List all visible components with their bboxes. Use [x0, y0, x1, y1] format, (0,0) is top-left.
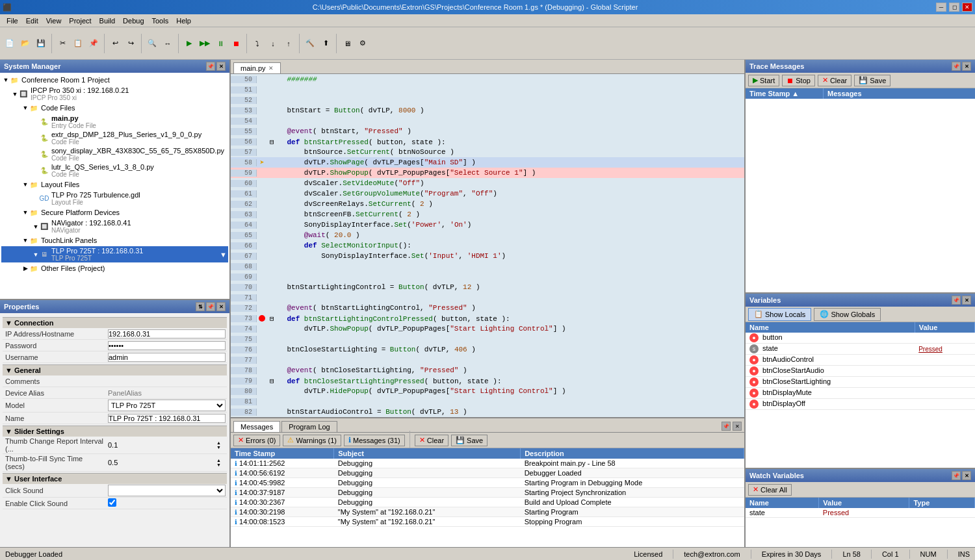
list-item[interactable]: ● btnDisplayOff	[746, 399, 975, 410]
file-extr-dsp[interactable]: 🐍 extr_dsp_DMP_128_Plus_Series_v1_9_0_0.…	[1, 130, 228, 146]
sync-spinner-down[interactable]: ▼	[216, 463, 226, 467]
list-item[interactable]: ● button	[746, 333, 975, 344]
prop-name-input[interactable]	[108, 414, 226, 423]
trace-stop-button[interactable]: ⏹ Stop	[782, 75, 815, 86]
open-button[interactable]: 📂	[18, 36, 32, 51]
new-button[interactable]: 📄	[3, 36, 17, 51]
variables-scroll[interactable]: Name Value ● button s state Pressed ● bt…	[746, 322, 975, 468]
table-row[interactable]: ℹ 14:00:08:1523 "My System" at "192.168.…	[231, 517, 744, 527]
save-button[interactable]: 💾 Save	[451, 435, 488, 446]
file-lutr[interactable]: 🐍 lutr_lc_QS_Series_v1_3_8_0.py Code Fil…	[1, 162, 228, 179]
prop-alias-input[interactable]	[108, 389, 226, 397]
other-files-section[interactable]: ▶ 📁 Other Files (Project)	[1, 262, 228, 274]
sys-manager-close[interactable]: ✕	[216, 62, 226, 71]
trace-start-button[interactable]: ▶ Start	[748, 75, 779, 86]
prop-sync-time-value[interactable]: ▲ ▼	[107, 457, 227, 468]
prop-click-sound-dropdown[interactable]	[108, 485, 226, 496]
list-item[interactable]: s state Pressed	[746, 344, 975, 355]
prop-alias-value[interactable]	[107, 388, 227, 398]
code-scroll[interactable]: 50 ####### 51 52	[231, 74, 744, 417]
prop-comments-value[interactable]	[107, 377, 227, 386]
warnings-button[interactable]: ⚠ Warnings (1)	[283, 435, 341, 446]
msg-close[interactable]: ✕	[733, 422, 742, 431]
list-item[interactable]: ● btnCloseStartLighting	[746, 377, 975, 388]
prop-username-value[interactable]	[107, 352, 227, 363]
menu-view[interactable]: View	[42, 16, 66, 26]
prop-ip-input[interactable]	[108, 329, 226, 338]
breakpoint-73[interactable]	[259, 315, 265, 322]
prop-click-sound-value[interactable]	[107, 484, 227, 497]
layout-files-section[interactable]: ▼ 📁 Layout Files	[1, 179, 228, 190]
vars-close[interactable]: ✕	[962, 296, 971, 305]
prop-comments-input[interactable]	[108, 377, 226, 385]
tab-main-py-close[interactable]: ✕	[268, 65, 274, 71]
menu-build[interactable]: Build	[96, 16, 119, 26]
sync-spinner-up[interactable]: ▲	[216, 458, 226, 463]
watch-pin[interactable]: 📌	[952, 471, 961, 480]
trace-save-button[interactable]: 💾 Save	[854, 75, 890, 86]
undo-button[interactable]: ↩	[108, 36, 122, 51]
table-row[interactable]: ℹ 14:00:30:2198 "My System" at "192.168.…	[231, 507, 744, 517]
list-item[interactable]: ● btnAudioControl	[746, 355, 975, 366]
section-slider[interactable]: ▼ Slider Settings	[3, 426, 227, 437]
step-into-button[interactable]: ↓	[266, 36, 280, 51]
upload-button[interactable]: ⬆	[318, 36, 333, 51]
prop-password-input[interactable]	[108, 341, 226, 350]
list-item[interactable]: ● btnCloseStartAudio	[746, 366, 975, 377]
trace-col-timestamp[interactable]: Time Stamp ▲	[746, 88, 824, 99]
msg-pin[interactable]: 📌	[722, 422, 731, 431]
device-navigator[interactable]: ▼ 🔲 NAVigator : 192.168.0.41 NAVigator	[1, 218, 228, 235]
project-root[interactable]: ▼ 📁 Conference Room 1 Project	[1, 74, 228, 86]
build-button[interactable]: 🔨	[303, 36, 317, 51]
messages-count-button[interactable]: ℹ Messages (31)	[344, 435, 405, 446]
prop-sync-time-input[interactable]	[108, 459, 216, 466]
spinner-down[interactable]: ▼	[216, 445, 226, 450]
clear-all-button[interactable]: ✕ Clear All	[748, 484, 792, 496]
monitor-button[interactable]: 🖥	[340, 36, 354, 51]
cut-button[interactable]: ✂	[55, 36, 70, 51]
prop-username-input[interactable]	[108, 353, 226, 362]
file-sony[interactable]: 🐍 sony_display_XBR_43X830C_55_65_75_85X8…	[1, 146, 228, 162]
close-button[interactable]: ✕	[962, 3, 972, 12]
props-close[interactable]: ✕	[216, 302, 226, 311]
trace-clear-button[interactable]: ✕ Clear	[818, 75, 852, 86]
show-locals-button[interactable]: 📋 Show Locals	[748, 308, 811, 321]
msg-tab-program-log[interactable]: Program Log	[281, 421, 337, 432]
prop-ip-value[interactable]	[107, 329, 227, 339]
restore-button[interactable]: ◻	[949, 3, 959, 12]
show-globals-button[interactable]: 🌐 Show Globals	[814, 308, 881, 321]
var-value-link[interactable]: Pressed	[918, 346, 942, 353]
step-over-button[interactable]: ⤵	[250, 36, 265, 51]
trace-pin[interactable]: 📌	[952, 62, 961, 71]
prop-thumb-change-value[interactable]: ▲ ▼	[107, 440, 227, 450]
trace-close[interactable]: ✕	[962, 62, 971, 71]
run-all-button[interactable]: ▶▶	[198, 36, 212, 51]
code-files-section[interactable]: ▼ 📁 Code Files	[1, 102, 228, 114]
paste-button[interactable]: 📌	[86, 36, 101, 51]
prop-thumb-change-input[interactable]	[108, 441, 216, 449]
section-connection[interactable]: ▼ Connection	[3, 317, 227, 328]
section-general[interactable]: ▼ General	[3, 364, 227, 375]
sync-time-spinner[interactable]: ▲ ▼	[216, 458, 226, 467]
prop-enable-click-value[interactable]	[107, 498, 227, 509]
section-ui[interactable]: ▼ User Interface	[3, 473, 227, 484]
msg-tab-messages[interactable]: Messages	[233, 421, 280, 432]
list-item[interactable]: ● btnDisplayMute	[746, 388, 975, 399]
menu-edit[interactable]: Edit	[22, 16, 42, 26]
errors-button[interactable]: ✕ Errors (0)	[233, 435, 280, 446]
menu-project[interactable]: Project	[65, 16, 95, 26]
redo-button[interactable]: ↪	[124, 36, 138, 51]
prop-model-value[interactable]: TLP Pro 725T	[107, 399, 227, 412]
minimize-button[interactable]: ─	[936, 3, 946, 12]
device-tlp[interactable]: ▼ 🖥 TLP Pro 725T : 192.168.0.31 TLP Pro …	[1, 246, 228, 262]
step-out-button[interactable]: ↑	[281, 36, 296, 51]
prop-name-value[interactable]	[107, 413, 227, 424]
file-gdl[interactable]: GD TLP Pro 725 Turbulence.gdl Layout Fil…	[1, 190, 228, 207]
spinner-up[interactable]: ▲	[216, 440, 226, 445]
vars-pin[interactable]: 📌	[952, 296, 961, 305]
tab-main-py[interactable]: main.py ✕	[233, 62, 281, 73]
prop-model-dropdown[interactable]: TLP Pro 725T	[108, 400, 226, 411]
table-row[interactable]: ℹ 14:00:37:9187 Debugging Starting Proje…	[231, 488, 744, 498]
thumb-change-spinner[interactable]: ▲ ▼	[216, 440, 226, 450]
sys-manager-pin[interactable]: 📌	[206, 62, 215, 71]
